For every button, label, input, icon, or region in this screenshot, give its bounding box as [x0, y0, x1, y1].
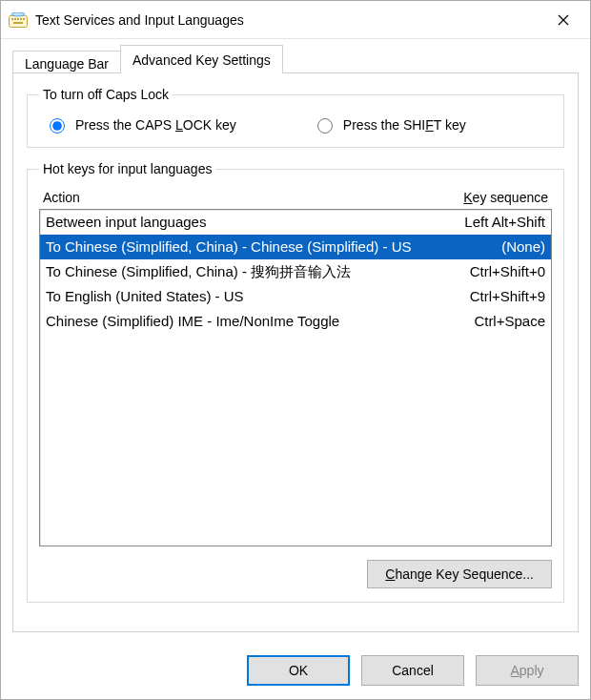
- tab-advanced-key-settings[interactable]: Advanced Key Settings: [120, 45, 283, 73]
- list-item-key: (None): [421, 236, 545, 258]
- change-key-row: Change Key Sequence...: [39, 560, 552, 588]
- list-item[interactable]: To Chinese (Simplified, China) - Chinese…: [40, 235, 551, 259]
- hotkeys-listbox[interactable]: Between input languagesLeft Alt+ShiftTo …: [39, 209, 552, 546]
- list-item-key: Ctrl+Space: [421, 310, 545, 333]
- radio-caps-lock-input[interactable]: [50, 118, 65, 134]
- ok-button[interactable]: OK: [247, 655, 350, 686]
- change-key-sequence-button[interactable]: Change Key Sequence...: [367, 560, 552, 588]
- radio-caps-lock[interactable]: Press the CAPS LOCK key: [45, 115, 236, 134]
- cancel-button[interactable]: Cancel: [361, 655, 464, 686]
- col-action-header: Action: [43, 190, 405, 205]
- col-key-header: Key sequence: [405, 190, 548, 205]
- dialog-window: Text Services and Input Languages Langua…: [0, 0, 591, 700]
- radio-caps-lock-label: Press the CAPS LOCK key: [75, 117, 236, 133]
- close-button[interactable]: [544, 1, 582, 39]
- apply-button[interactable]: Apply: [476, 655, 579, 686]
- hotkeys-legend: Hot keys for input languages: [39, 161, 215, 176]
- list-item-action: Chinese (Simplified) IME - Ime/NonIme To…: [46, 310, 421, 333]
- dialog-buttons: OK Cancel Apply: [1, 644, 590, 699]
- list-item[interactable]: To Chinese (Simplified, China) - 搜狗拼音输入法…: [40, 259, 551, 284]
- list-item-key: Ctrl+Shift+0: [421, 260, 545, 283]
- list-item-action: To Chinese (Simplified, China) - Chinese…: [46, 236, 421, 258]
- list-item-key: Left Alt+Shift: [421, 211, 545, 234]
- list-item-action: Between input languages: [46, 211, 421, 234]
- svg-rect-6: [13, 22, 23, 24]
- hotkeys-group: Hot keys for input languages Action Key …: [27, 161, 564, 603]
- svg-rect-3: [17, 18, 19, 20]
- list-item-key: Ctrl+Shift+9: [421, 285, 545, 308]
- svg-rect-0: [10, 15, 28, 27]
- svg-rect-2: [14, 18, 16, 20]
- list-item-action: To English (United States) - US: [46, 285, 421, 308]
- capslock-legend: To turn off Caps Lock: [39, 87, 173, 102]
- svg-rect-1: [11, 18, 13, 20]
- list-item[interactable]: Chinese (Simplified) IME - Ime/NonIme To…: [40, 309, 551, 334]
- titlebar: Text Services and Input Languages: [1, 1, 590, 39]
- list-item[interactable]: Between input languagesLeft Alt+Shift: [40, 210, 551, 235]
- capslock-options: Press the CAPS LOCK key Press the SHIFT …: [39, 115, 552, 134]
- tab-strip: Language Bar Advanced Key Settings: [12, 45, 579, 73]
- radio-shift-input[interactable]: [317, 118, 333, 134]
- window-title: Text Services and Input Languages: [35, 12, 544, 28]
- keyboard-icon: [9, 10, 28, 30]
- svg-rect-5: [23, 18, 25, 20]
- radio-shift-label: Press the SHIFT key: [343, 117, 466, 133]
- svg-point-7: [11, 12, 25, 16]
- radio-shift[interactable]: Press the SHIFT key: [313, 115, 466, 134]
- tab-panel: To turn off Caps Lock Press the CAPS LOC…: [12, 72, 579, 632]
- hotkeys-header: Action Key sequence: [39, 190, 552, 209]
- capslock-group: To turn off Caps Lock Press the CAPS LOC…: [27, 87, 564, 148]
- list-item[interactable]: To English (United States) - USCtrl+Shif…: [40, 284, 551, 309]
- client-area: Language Bar Advanced Key Settings To tu…: [1, 39, 590, 644]
- svg-rect-4: [20, 18, 22, 20]
- list-item-action: To Chinese (Simplified, China) - 搜狗拼音输入法: [46, 260, 421, 283]
